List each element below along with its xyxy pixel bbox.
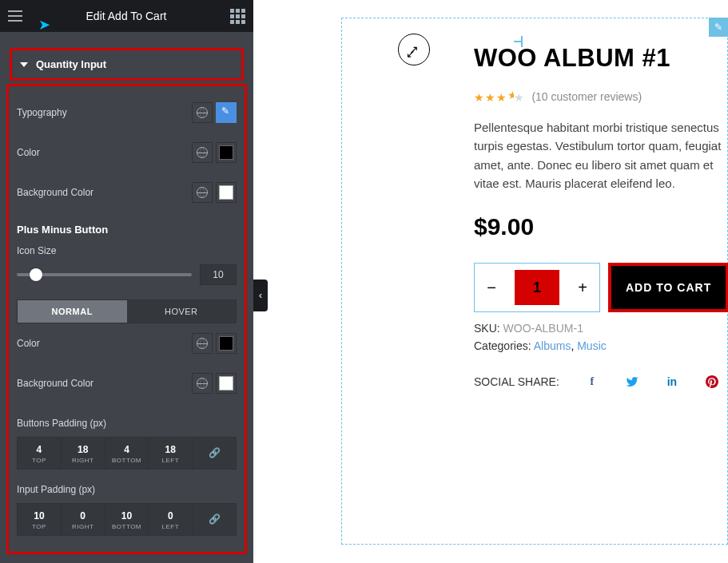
state-tabs: NORMAL HOVER <box>17 299 237 323</box>
widgets-grid-icon[interactable] <box>230 9 245 24</box>
product-title: WOO ALBUM #1 <box>474 44 728 73</box>
controls-group: Typography Color Background Color Plus M… <box>6 84 247 554</box>
padding-right[interactable]: 18RIGHT <box>62 438 105 469</box>
label-pm-color: Color <box>17 338 40 349</box>
padding-bottom[interactable]: 4BOTTOM <box>105 438 149 469</box>
category-link[interactable]: Albums <box>534 339 571 352</box>
add-to-cart-button[interactable]: ADD TO CART <box>608 263 728 312</box>
qty-input[interactable]: 1 <box>515 270 559 305</box>
input-padding-control: 10TOP 0RIGHT 10BOTTOM 0LEFT 🔗 <box>17 503 237 536</box>
star-icons: ★★★★★ <box>474 89 525 104</box>
pencil-icon: ✎ <box>714 22 722 33</box>
label-input-padding: Input Padding (px) <box>17 470 237 503</box>
link-values-icon[interactable]: 🔗 <box>193 504 236 535</box>
label-icon-size: Icon Size <box>17 240 237 264</box>
editor-sidebar: Edit Add To Cart ➤ Quantity Input Typogr… <box>0 0 253 563</box>
tab-normal[interactable]: NORMAL <box>18 300 127 323</box>
label-bgcolor: Background Color <box>17 187 93 198</box>
facebook-icon[interactable]: f <box>585 375 599 389</box>
color-swatch[interactable] <box>216 333 237 354</box>
linkedin-icon[interactable]: in <box>665 375 679 389</box>
color-swatch[interactable] <box>216 373 237 394</box>
product-meta: SKU: WOO-ALBUM-1 Categories: Albums, Mus… <box>474 322 728 352</box>
qty-minus-button[interactable]: − <box>481 279 502 297</box>
accordion-section: Quantity Input <box>10 48 244 81</box>
padding-top[interactable]: 10TOP <box>18 504 62 535</box>
share-label: SOCIAL SHARE: <box>474 375 559 388</box>
edit-widget-handle[interactable]: ✎ <box>709 18 728 37</box>
label-color: Color <box>17 147 40 158</box>
expand-icon[interactable] <box>398 34 430 65</box>
color-swatch[interactable] <box>216 182 237 203</box>
row-bgcolor: Background Color <box>17 172 237 212</box>
twitter-icon[interactable] <box>625 375 639 389</box>
slider-track[interactable] <box>17 273 192 276</box>
preview-canvas: ✎ WOO ALBUM #1 ★★★★★ (10 customer review… <box>272 0 728 563</box>
sku-label: SKU: <box>474 322 500 335</box>
row-pm-color: Color <box>17 323 237 363</box>
quantity-control: − 1 + <box>474 263 600 312</box>
menu-icon[interactable] <box>8 10 22 22</box>
padding-bottom[interactable]: 10BOTTOM <box>105 504 149 535</box>
globe-icon[interactable] <box>192 182 213 203</box>
rating-row: ★★★★★ (10 customer reviews) <box>474 89 728 104</box>
row-pm-bgcolor: Background Color <box>17 363 237 403</box>
reviews-link[interactable]: (10 customer reviews) <box>531 90 642 103</box>
category-link[interactable]: Music <box>577 339 607 352</box>
tab-hover[interactable]: HOVER <box>127 300 237 323</box>
add-to-cart-widget: − 1 + ADD TO CART <box>474 263 728 312</box>
caret-down-icon <box>20 62 28 67</box>
pencil-icon[interactable] <box>216 102 237 123</box>
qty-plus-button[interactable]: + <box>572 279 593 297</box>
social-share: SOCIAL SHARE: f in <box>474 375 728 389</box>
globe-icon[interactable] <box>192 333 213 354</box>
label-typography: Typography <box>17 107 67 118</box>
globe-icon[interactable] <box>192 142 213 163</box>
row-typography: Typography <box>17 93 237 133</box>
color-swatch[interactable] <box>216 142 237 163</box>
categories-label: Categories: <box>474 339 531 352</box>
padding-left[interactable]: 18LEFT <box>149 438 193 469</box>
globe-icon[interactable] <box>192 102 213 123</box>
link-values-icon[interactable]: 🔗 <box>193 438 236 469</box>
panel-title: Edit Add To Cart <box>86 10 167 22</box>
pinterest-icon[interactable] <box>705 375 719 389</box>
padding-top[interactable]: 4TOP <box>18 438 62 469</box>
label-pm-bgcolor: Background Color <box>17 378 93 389</box>
label-buttons-padding: Buttons Padding (px) <box>17 403 237 437</box>
buttons-padding-control: 4TOP 18RIGHT 4BOTTOM 18LEFT 🔗 <box>17 437 237 470</box>
accordion-label: Quantity Input <box>36 58 106 70</box>
collapse-sidebar-button[interactable]: ‹ <box>253 280 268 311</box>
subheading-plus-minus: Plus Minus Button <box>17 212 237 240</box>
padding-right[interactable]: 0RIGHT <box>62 504 105 535</box>
slider-value[interactable]: 10 <box>200 264 237 285</box>
padding-left[interactable]: 0LEFT <box>149 504 193 535</box>
accordion-header-quantity-input[interactable]: Quantity Input <box>10 48 244 81</box>
product-info: WOO ALBUM #1 ★★★★★ (10 customer reviews)… <box>474 44 728 389</box>
sku-value: WOO-ALBUM-1 <box>503 322 583 335</box>
slider-icon-size: 10 <box>17 264 237 285</box>
globe-icon[interactable] <box>192 373 213 394</box>
panel-header: Edit Add To Cart <box>0 0 253 32</box>
slider-thumb[interactable] <box>30 268 42 281</box>
product-description: Pellentesque habitant morbi tristique se… <box>474 118 728 192</box>
product-price: $9.00 <box>474 213 728 240</box>
row-color: Color <box>17 133 237 172</box>
